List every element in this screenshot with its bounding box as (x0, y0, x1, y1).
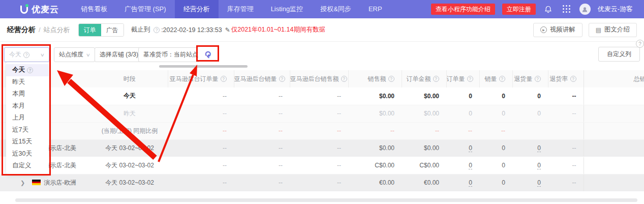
play-icon (540, 26, 547, 33)
user-avatar[interactable] (579, 4, 591, 15)
nav-item-auth-sync[interactable]: 授权&同步 (312, 0, 360, 18)
table-header-row: 时段 亚马逊后台订单量 亚马逊后台销量 亚马逊后台销售额 销售额 订单金额 订单… (0, 70, 644, 88)
expand-row-icon[interactable]: ❯ (20, 180, 25, 186)
table-row-period-ratio: (当期/上期) 同期比例 -- -- -- -- -- -- -- (0, 122, 644, 139)
toggle-ads[interactable]: 广告 (101, 24, 124, 36)
notification-bell-icon[interactable] (543, 4, 554, 15)
document-image-icon (596, 26, 601, 34)
help-icon (467, 76, 473, 82)
table-row-yesterday: 昨天 -- -- -- $0.00 $0.00 0 0 0 -- (0, 105, 644, 122)
doc-intro-button[interactable]: 图文介绍 (589, 23, 637, 37)
return-count-link[interactable]: 0 (512, 157, 548, 174)
col-amz-units-header[interactable]: 亚马逊后台销量 (234, 70, 290, 88)
help-icon (433, 76, 439, 82)
nav-item-sales-board[interactable]: 销售看板 (72, 0, 116, 18)
return-count-link[interactable]: 0 (512, 139, 548, 157)
breadcrumb-separator: / (39, 26, 41, 34)
return-count-link[interactable]: 0 (512, 174, 548, 191)
dropdown-item-this-week[interactable]: 本周 (6, 88, 49, 100)
register-now-button[interactable]: 立即注册 (502, 4, 536, 15)
nav-item-inventory[interactable]: 库存管理 (219, 0, 262, 18)
table-row-today: 今天 -- -- -- $0.00 $0.00 0 0 0 -- (0, 88, 644, 105)
top-navbar: 优麦云 销售看板 广告管理 (SP) 经营分析 库存管理 Listing监控 授… (0, 0, 644, 18)
help-icon (535, 76, 541, 82)
dropdown-item-last-month[interactable]: 上月 (6, 112, 49, 124)
help-icon (221, 76, 227, 82)
col-order-amount-header[interactable]: 订单金额 (402, 70, 446, 88)
col-return-rate-header[interactable]: 退货率 (548, 70, 584, 88)
col-period-header[interactable]: 时段 (91, 70, 168, 88)
table-row-store-na-us: ❯演示店-北美 今天 03-02~03-02 -- -- -- $0.00 $0… (0, 139, 644, 157)
video-guide-button[interactable]: 视频讲解 (533, 23, 582, 37)
floating-help-icon[interactable]: ? (636, 40, 644, 48)
help-icon (279, 76, 285, 82)
dropdown-item-today[interactable]: 今天 (6, 64, 49, 76)
mini-program-intro-button[interactable]: 查看小程序功能介绍 (431, 4, 495, 15)
table-row-store-eu: ❯演示店-欧洲 今天 03-02~03-02 -- -- -- €0.00 €0… (0, 174, 644, 191)
order-ad-toggle: 订单 广告 (78, 23, 124, 37)
page-subheader: 经营分析 / 站点分析 订单 广告 截止到:2022-02-19 12:33:5… (0, 18, 644, 42)
brand-logo-icon (20, 6, 28, 14)
main-menu: 销售看板 广告管理 (SP) 经营分析 库存管理 Listing监控 授权&同步… (72, 0, 391, 18)
data-deadline-label: 截止到:2022-02-19 12:33:53 (131, 25, 222, 34)
toggle-orders[interactable]: 订单 (79, 24, 101, 36)
apps-grid-icon[interactable] (561, 4, 572, 15)
refresh-icon: ⟳ (202, 51, 213, 58)
page-horizontal-scrollbar[interactable] (15, 198, 637, 202)
nav-item-erp[interactable]: ERP (360, 0, 391, 18)
custom-columns-button[interactable]: 自定义列 (598, 47, 640, 62)
dropdown-item-yesterday[interactable]: 昨天 (6, 76, 49, 89)
help-icon (341, 76, 347, 82)
refresh-button[interactable]: ⟳ (199, 47, 216, 62)
order-count-link[interactable]: 0 (446, 139, 479, 157)
order-count-link[interactable]: 0 (446, 174, 479, 191)
help-icon (388, 76, 394, 82)
date-range-select[interactable]: 今天 (4, 47, 49, 62)
base-currency-button[interactable]: 基准货币：当前站点 (138, 47, 203, 62)
horizontal-scrollbar-thumb[interactable] (159, 65, 248, 68)
nav-item-listing-monitor[interactable]: Listing监控 (262, 0, 312, 18)
col-amz-orders-header[interactable]: 亚马逊后台订单量 (168, 70, 234, 88)
col-order-count-header[interactable]: 订单量 (446, 70, 479, 88)
col-sales-header[interactable]: 销售额 (348, 70, 402, 88)
breadcrumb-root[interactable]: 经营分析 (7, 25, 36, 35)
date-range-dropdown: 今天 昨天 本周 本月 上月 近7天 近15天 近30天 自定义 (6, 62, 49, 174)
brand-logo[interactable]: 优麦云 (0, 4, 72, 15)
germany-flag-icon (32, 180, 41, 185)
date-help-icon (23, 52, 29, 58)
dropdown-item-last-30-days[interactable]: 近30天 (6, 148, 49, 160)
col-total-header[interactable]: 总销 (584, 70, 644, 88)
table-row-store-na-ca: ❯演示店-北美 今天 03-02~03-02 -- -- -- C$0.00 C… (0, 157, 644, 174)
breadcrumb-current: 站点分析 (44, 25, 70, 35)
data-range-notice: 仅2021年01.01~01.14期间有数据 (231, 25, 325, 34)
brand-name: 优麦云 (32, 4, 59, 15)
help-icon (499, 76, 505, 82)
col-amz-sales-header[interactable]: 亚马逊后台销售额 (290, 70, 348, 88)
dropdown-item-custom[interactable]: 自定义 (6, 160, 49, 172)
edit-pencil-icon[interactable]: ✎ (225, 26, 230, 34)
dropdown-item-last-15-days[interactable]: 近15天 (6, 136, 49, 148)
nav-item-ad-manage[interactable]: 广告管理 (SP) (116, 0, 175, 18)
shop-select-button[interactable]: 选择店铺 (3/3) (95, 47, 143, 62)
today-help-icon (27, 67, 33, 73)
dimension-select[interactable]: 站点维度 (54, 47, 95, 62)
filter-toolbar: 今天 站点维度 选择店铺 (3/3) 基准货币：当前站点 ⟳ 自定义列 (0, 42, 644, 66)
nav-item-business-analysis[interactable]: 经营分析 (175, 0, 219, 18)
user-name-label[interactable]: 优麦云-游客 (598, 5, 633, 14)
order-count-link[interactable]: 0 (446, 157, 479, 174)
deadline-help-icon[interactable] (154, 27, 160, 33)
help-icon (570, 76, 576, 82)
dropdown-item-this-month[interactable]: 本月 (6, 100, 49, 112)
dropdown-item-last-7-days[interactable]: 近7天 (6, 124, 49, 136)
col-returns-header[interactable]: 退货量 (512, 70, 548, 88)
col-units-header[interactable]: 销量 (479, 70, 512, 88)
analysis-table: 时段 亚马逊后台订单量 亚马逊后台销量 亚马逊后台销售额 销售额 订单金额 订单… (0, 70, 644, 192)
